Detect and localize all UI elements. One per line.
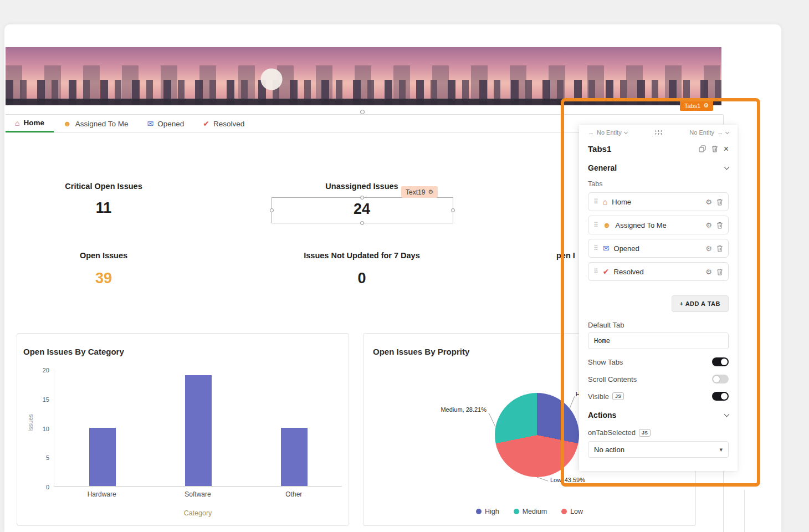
gear-icon[interactable]: ⚙ bbox=[705, 268, 712, 276]
widget-badge-label: Text19 bbox=[406, 188, 425, 196]
drag-handle-icon[interactable]: ⠿ bbox=[593, 198, 598, 206]
drag-handle-icon[interactable]: ⠿ bbox=[593, 268, 598, 275]
tab-assigned-to-me[interactable]: ☻ Assigned To Me bbox=[54, 115, 138, 132]
delete-tab-button[interactable] bbox=[716, 198, 723, 206]
tab-row-label: Opened bbox=[614, 244, 702, 253]
section-general[interactable]: General bbox=[588, 163, 729, 172]
section-actions-label: Actions bbox=[588, 411, 616, 420]
entity-navigation-row: → No Entity No Entity → bbox=[588, 129, 729, 136]
tab-opened[interactable]: ✉ Opened bbox=[138, 115, 194, 132]
legend-dot bbox=[514, 509, 519, 514]
resize-handle-bottom[interactable] bbox=[360, 221, 364, 225]
selected-widget-badge[interactable]: Text19 ⚙ bbox=[401, 186, 438, 198]
legend-item-medium[interactable]: Medium bbox=[514, 508, 547, 515]
show-tabs-row: Show Tabs bbox=[588, 357, 729, 366]
bar-chart-plot bbox=[54, 370, 342, 487]
delete-tab-button[interactable] bbox=[716, 222, 723, 229]
drag-handle-icon[interactable]: ⠿ bbox=[593, 244, 598, 252]
selected-widget-outline bbox=[272, 197, 453, 223]
show-tabs-toggle[interactable] bbox=[712, 357, 729, 366]
tab-label: Opened bbox=[157, 120, 184, 128]
js-toggle-badge[interactable]: JS bbox=[639, 429, 651, 437]
clipped-stat-label-fragment: pen I bbox=[556, 251, 575, 260]
bar-software bbox=[185, 375, 212, 486]
visible-toggle[interactable] bbox=[712, 392, 729, 401]
section-actions[interactable]: Actions bbox=[588, 411, 729, 420]
gear-icon[interactable]: ⚙ bbox=[705, 198, 712, 206]
gear-icon[interactable]: ⚙ bbox=[428, 188, 433, 196]
gear-icon[interactable]: ⚙ bbox=[705, 221, 712, 229]
js-toggle-badge[interactable]: JS bbox=[612, 392, 624, 400]
bar-chart-card: Open Issues By Category Issues 05101520 … bbox=[17, 333, 349, 526]
gear-icon: ⚙ bbox=[703, 102, 709, 109]
drag-handle-icon[interactable]: ⠿ bbox=[593, 221, 598, 229]
selected-widget-name-chip[interactable]: Tabs1 ⚙ bbox=[680, 100, 713, 111]
pie-chart bbox=[495, 393, 579, 477]
delete-tab-button[interactable] bbox=[716, 245, 723, 252]
banner-image bbox=[6, 47, 721, 105]
y-tick-label: 5 bbox=[46, 454, 49, 461]
mail-icon: ✉ bbox=[603, 244, 610, 252]
resize-handle-top[interactable] bbox=[360, 196, 364, 200]
pane-title-row: Tabs1 × bbox=[588, 144, 729, 154]
stat-label-unassigned-issues: Unassigned Issues bbox=[306, 182, 417, 191]
pie-chart-title: Open Issues By Proprity bbox=[373, 347, 469, 356]
copy-widget-button[interactable] bbox=[699, 145, 706, 152]
delete-tab-button[interactable] bbox=[716, 268, 723, 275]
resize-handle-right[interactable] bbox=[451, 208, 455, 212]
scroll-contents-toggle[interactable] bbox=[712, 375, 729, 383]
outgoing-entity-select[interactable]: No Entity → bbox=[689, 129, 729, 136]
tab-config-row-opened[interactable]: ⠿ ✉ Opened ⚙ bbox=[588, 239, 729, 258]
chevron-down-icon bbox=[624, 130, 628, 134]
home-icon: ⌂ bbox=[15, 119, 19, 127]
legend-label: Medium bbox=[523, 508, 547, 515]
app-builder-screen: ⌂ Home ☻ Assigned To Me ✉ Opened ✔ Resol… bbox=[0, 0, 809, 532]
tab-row-label: Resolved bbox=[614, 268, 702, 276]
action-select[interactable]: No action ▾ bbox=[588, 441, 729, 458]
y-tick-label: 20 bbox=[43, 367, 49, 374]
tab-config-row-resolved[interactable]: ⠿ ✔ Resolved ⚙ bbox=[588, 262, 729, 281]
default-tab-input[interactable]: Home bbox=[588, 332, 729, 349]
bar-chart-xaxis: HardwareSoftwareOther bbox=[54, 490, 342, 498]
tab-label: Assigned To Me bbox=[75, 120, 129, 128]
stat-label-open-issues: Open Issues bbox=[48, 251, 159, 260]
mail-icon: ✉ bbox=[147, 120, 154, 127]
delete-widget-button[interactable] bbox=[711, 145, 718, 152]
on-tab-selected-label: onTabSelected bbox=[588, 428, 636, 437]
trash-icon bbox=[716, 222, 723, 229]
tab-config-row-assigned-to-me[interactable]: ⠿ ☻ Assigned To Me ⚙ bbox=[588, 216, 729, 234]
bar-hardware bbox=[89, 428, 116, 487]
trash-icon bbox=[711, 145, 718, 152]
show-tabs-label: Show Tabs bbox=[588, 358, 623, 366]
tab-home[interactable]: ⌂ Home bbox=[6, 115, 54, 132]
legend-item-low[interactable]: Low bbox=[561, 508, 583, 515]
widget-grid-icon bbox=[654, 130, 663, 135]
arrow-right-icon: → bbox=[717, 129, 723, 136]
bar-chart-title: Open Issues By Category bbox=[23, 347, 124, 356]
trash-icon bbox=[716, 245, 723, 252]
person-icon: ☻ bbox=[63, 120, 71, 127]
incoming-entity-select[interactable]: → No Entity bbox=[588, 129, 627, 136]
chevron-down-icon bbox=[725, 130, 729, 134]
legend-label: High bbox=[485, 508, 499, 515]
add-tab-button[interactable]: + ADD A TAB bbox=[672, 295, 729, 312]
person-icon: ☻ bbox=[603, 221, 611, 229]
visible-label: Visible bbox=[588, 392, 609, 401]
scroll-contents-row: Scroll Contents bbox=[588, 375, 729, 383]
property-pane: → No Entity No Entity → Tabs1 bbox=[579, 125, 738, 471]
tabs-widget-resize-handle[interactable] bbox=[360, 110, 365, 114]
legend-item-high[interactable]: High bbox=[476, 508, 499, 515]
tab-config-row-home[interactable]: ⠿ ⌂ Home ⚙ bbox=[588, 192, 729, 211]
close-pane-button[interactable]: × bbox=[724, 145, 729, 154]
legend-dot bbox=[561, 509, 567, 514]
copy-icon bbox=[699, 145, 706, 152]
on-tab-selected-row: onTabSelected JS bbox=[588, 428, 729, 437]
chip-label: Tabs1 bbox=[684, 103, 700, 109]
gear-icon[interactable]: ⚙ bbox=[705, 244, 712, 253]
chevron-down-icon bbox=[724, 412, 730, 417]
scroll-contents-label: Scroll Contents bbox=[588, 375, 637, 383]
tab-resolved[interactable]: ✔ Resolved bbox=[193, 115, 254, 132]
action-select-value: No action bbox=[594, 446, 624, 454]
resize-handle-left[interactable] bbox=[270, 208, 274, 212]
widget-name[interactable]: Tabs1 bbox=[588, 144, 693, 154]
